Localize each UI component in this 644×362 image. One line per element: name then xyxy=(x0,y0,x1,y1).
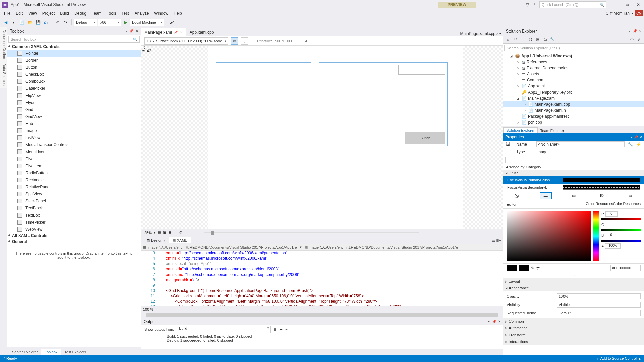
tool-misc-button[interactable]: 🖌 xyxy=(168,19,175,26)
panel-pin-icon[interactable]: 📌 xyxy=(129,29,134,34)
cat-automation[interactable]: ▷Automation xyxy=(503,325,644,331)
panel-close-icon[interactable]: ✕ xyxy=(497,319,502,324)
sln-collapse-icon[interactable]: ▣ xyxy=(534,36,541,43)
cat-common[interactable]: ▷Common xyxy=(503,318,644,325)
close-button[interactable]: ✕ xyxy=(633,0,644,9)
snapline-toggle-icon[interactable]: ⊞ xyxy=(168,230,171,235)
b-input[interactable]: 0 xyxy=(605,233,617,238)
theme-combo[interactable]: Default xyxy=(557,310,641,316)
tabs-dropdown-icon[interactable]: ▾ xyxy=(499,32,501,35)
sln-extdeps[interactable]: ▷▨External Dependencies xyxy=(503,65,644,71)
solution-search[interactable]: Search Solution Explorer (Ctrl+;) xyxy=(504,45,643,51)
output-text[interactable]: ========== Build: 1 succeeded, 0 failed,… xyxy=(141,334,503,349)
cat-transform[interactable]: ▷Transform xyxy=(503,331,644,338)
maximize-button[interactable]: ▭ xyxy=(621,0,633,9)
toolbox-item-relativepanel[interactable]: RelativePanel xyxy=(7,183,141,190)
split-v-icon[interactable]: ▥ xyxy=(495,238,499,243)
menu-project[interactable]: Project xyxy=(40,10,57,17)
output-h-scroll[interactable] xyxy=(141,349,503,355)
platform-combo[interactable]: x86 xyxy=(98,19,121,26)
toolbox-item-datepicker[interactable]: DatePicker xyxy=(7,85,141,92)
notifications-icon[interactable]: ▽ xyxy=(523,2,531,7)
colres-tab[interactable]: Color Resources xyxy=(586,202,613,206)
undo-button[interactable]: ↶ xyxy=(54,19,61,26)
zoom-code[interactable]: 100 % xyxy=(143,307,153,311)
panel-pin-icon[interactable]: 📌 xyxy=(634,135,638,139)
sln-root[interactable]: ◢📦App1 (Universal Windows) xyxy=(503,53,644,59)
menu-edit[interactable]: Edit xyxy=(13,10,25,17)
doc-tab-appxaml[interactable]: App.xaml.cpp xyxy=(186,28,218,36)
toolbox-item-webview[interactable]: WebView xyxy=(7,226,141,233)
sln-home-icon[interactable]: ⌂ xyxy=(505,36,512,43)
color-picker[interactable] xyxy=(507,211,591,261)
r-input[interactable]: 0 xyxy=(605,211,618,217)
design-image-selection[interactable] xyxy=(216,62,311,144)
settings-icon[interactable]: ⚙ xyxy=(302,37,310,45)
sln-mainpage-cpp[interactable]: ▷📄MainPage.xaml.cpp xyxy=(503,101,644,107)
add-source-control[interactable]: Add to Source Control xyxy=(600,356,637,360)
cat-appearance[interactable]: ◢Appearance xyxy=(503,285,644,291)
panel-close-icon[interactable]: ✕ xyxy=(135,29,139,34)
toolbox-item-pivot[interactable]: Pivot xyxy=(7,155,141,162)
prop-actions-icon[interactable]: 🔧 xyxy=(628,142,633,147)
code-h-scroll[interactable] xyxy=(141,312,503,318)
close-tab-icon[interactable]: ✕ xyxy=(180,31,182,34)
sln-mainpage-h[interactable]: ▷📄MainPage.xaml.h xyxy=(503,107,644,113)
toolbox-item-textbox[interactable]: TextBox xyxy=(7,212,141,219)
hue-slider[interactable] xyxy=(593,211,599,261)
cat-layout[interactable]: ▷Layout xyxy=(503,278,644,285)
preview-tab-label[interactable]: MainPage.xaml.cpp xyxy=(460,31,495,36)
toolbox-item-combobox[interactable]: ComboBox xyxy=(7,78,141,85)
editor-tab[interactable]: Editor xyxy=(507,202,534,206)
g-input[interactable]: 0 xyxy=(606,222,618,227)
feedback-icon[interactable]: 🏳 xyxy=(531,2,539,7)
fit-icon[interactable]: ⛶ xyxy=(173,231,177,235)
panel-dropdown-icon[interactable]: ▾ xyxy=(486,319,491,324)
toolbox-tab[interactable]: Toolbox xyxy=(41,349,61,355)
design-button[interactable]: Button xyxy=(405,132,445,144)
cat-brush[interactable]: ◢Brush xyxy=(503,170,644,176)
sln-common[interactable]: 🗀Common xyxy=(503,77,644,83)
convert-icon[interactable]: ⇄ xyxy=(536,266,540,270)
design-combobox[interactable] xyxy=(398,65,445,75)
output-clear-icon[interactable]: 🗑 xyxy=(273,327,277,331)
panel-pin-icon[interactable]: 📌 xyxy=(492,319,496,324)
toolbox-item-listview[interactable]: ListView xyxy=(7,134,141,141)
sln-sync-icon[interactable]: ⟳ xyxy=(512,36,519,43)
nav-back-button[interactable]: ◀ xyxy=(2,19,9,26)
split-h-icon[interactable]: ▤ xyxy=(492,238,495,243)
menu-window[interactable]: Window xyxy=(151,10,171,17)
menu-debug[interactable]: Debug xyxy=(72,10,89,17)
brush-resource[interactable]: ▭ xyxy=(624,192,636,199)
config-combo[interactable]: Debug xyxy=(74,19,97,26)
sln-pchcpp[interactable]: ▷📄pch.cpp xyxy=(503,119,644,125)
sln-references[interactable]: ▷▨References xyxy=(503,59,644,65)
sln-appxaml[interactable]: ▷📄App.xaml xyxy=(503,83,644,89)
orientation-portrait[interactable]: ▯ xyxy=(241,37,248,45)
menu-analyze[interactable]: Analyze xyxy=(132,10,152,17)
toolbox-item-radio[interactable]: RadioButton xyxy=(7,169,141,176)
server-explorer-tab[interactable]: Server Explorer xyxy=(9,349,41,355)
design-tab[interactable]: ⬒Design↕ xyxy=(143,237,169,243)
brush-tile[interactable]: 🖼 xyxy=(596,192,608,199)
panel-dropdown-icon[interactable]: ▾ xyxy=(627,29,632,34)
toolbox-item-textblock[interactable]: TextBlock xyxy=(7,204,141,212)
visibility-combo[interactable]: Visible xyxy=(557,302,641,308)
menu-team[interactable]: Team xyxy=(89,10,104,17)
brush-secondary[interactable]: FocusVisualSecondaryB... xyxy=(503,184,644,191)
toolbox-item-grid[interactable]: Grid xyxy=(7,106,141,113)
toolbox-group-general[interactable]: General xyxy=(7,239,141,245)
doc-tab-mainpage[interactable]: MainPage.xaml 📌 ✕ xyxy=(141,28,186,36)
sln-assets[interactable]: ▷🗀Assets xyxy=(503,71,644,77)
user-name[interactable]: Cliff Mcmillan xyxy=(604,11,632,16)
user-dropdown-icon[interactable]: ▾ xyxy=(632,12,633,15)
output-wrap-icon[interactable]: ↩ xyxy=(280,327,283,332)
xaml-designer-canvas[interactable]: 116 42 Button xyxy=(141,46,503,229)
save-all-button[interactable]: 🗂 xyxy=(42,19,50,26)
sln-tempkey[interactable]: 🔑App1_TemporaryKey.pfx xyxy=(503,89,644,95)
xaml-tab[interactable]: ▦XAML xyxy=(169,237,191,243)
zoom-dropdown-icon[interactable]: ▾ xyxy=(154,230,156,235)
cat-interactions[interactable]: ▷Interactions xyxy=(503,338,644,345)
b-bar[interactable] xyxy=(601,240,641,242)
snap-toggle-icon[interactable]: ▣ xyxy=(163,230,166,235)
